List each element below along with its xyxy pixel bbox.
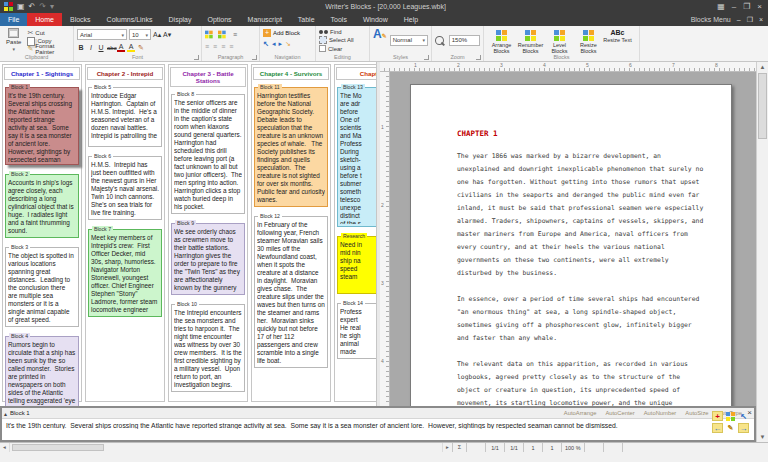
nav-up-left-arrow-icon[interactable]: ↖ — [263, 40, 269, 48]
align-center-icon[interactable]: ≡ — [213, 43, 217, 50]
bold-button[interactable]: B — [77, 44, 85, 51]
menu-tab-table[interactable]: Table — [290, 13, 323, 26]
close-button[interactable]: × — [757, 2, 762, 11]
block[interactable]: Block 9We see orderly chaos as crewmen m… — [171, 223, 245, 295]
justify-icon[interactable]: ≡ — [229, 43, 233, 50]
style-select[interactable]: Normal▾ — [390, 35, 428, 46]
scroll-right-icon[interactable]: ▸ — [442, 443, 452, 452]
scroll-left-icon[interactable]: ◂ — [0, 443, 10, 452]
autocenter-toggle[interactable]: AutoCenter — [605, 410, 634, 416]
block[interactable]: Block 7Meet key members of Intrepid's cr… — [88, 229, 162, 317]
level-blocks-button[interactable]: Level Blocks — [545, 28, 574, 52]
paragraph-dialog-launcher-icon[interactable] — [252, 55, 257, 60]
prev-block-arrow-icon[interactable]: ← — [712, 423, 723, 433]
list-icon[interactable]: ≡ — [231, 31, 239, 38]
horizontal-ruler[interactable]: 12345678 — [380, 62, 756, 72]
menu-tab-home[interactable]: Home — [27, 13, 62, 26]
restore-button[interactable]: ❐ — [743, 2, 750, 11]
arrange-blocks-button[interactable]: Arrange Blocks — [487, 28, 516, 52]
nav-right-arrow-icon[interactable]: ▸ — [278, 40, 282, 48]
edit-pencil-icon[interactable]: ✎ — [725, 423, 736, 433]
menu-tab-help[interactable]: Help — [396, 13, 426, 26]
strikethrough-button[interactable]: abc — [107, 45, 115, 51]
underline-button[interactable]: U — [97, 44, 105, 51]
block-fill-icon[interactable] — [218, 31, 226, 39]
column-header[interactable]: Chapter 5 — [336, 67, 376, 80]
menu-tab-window[interactable]: Window — [355, 13, 396, 26]
block-editor-text[interactable]: It's the 19th century. Several ships cro… — [2, 419, 754, 429]
column-header[interactable]: Chapter 2 - Intrepid — [87, 67, 163, 80]
pen-color-button[interactable]: ✎ — [137, 44, 145, 52]
font-color-button[interactable]: A — [117, 43, 125, 52]
menu-tab-file[interactable]: File — [0, 13, 27, 26]
font-dialog-launcher-icon[interactable] — [194, 55, 199, 60]
doc-close-button[interactable]: × — [759, 16, 763, 23]
vertical-ruler[interactable]: 1234 — [380, 72, 390, 406]
menu-tab-blocks[interactable]: Blocks — [62, 13, 99, 26]
minimize-button[interactable]: – — [732, 2, 736, 11]
nav-left-arrow-icon[interactable]: ◂ — [272, 40, 276, 48]
redo-icon[interactable]: ↷ — [39, 3, 46, 11]
scroll-up-icon[interactable]: ▲ — [757, 62, 768, 72]
block[interactable]: Block 3The object is spotted in various … — [5, 247, 79, 327]
menu-tab-tools[interactable]: Tools — [323, 13, 355, 26]
column-header[interactable]: Chapter 4 - Survivors — [253, 67, 329, 80]
scroll-down-icon[interactable]: ▼ — [757, 432, 768, 442]
collapse-panel-icon[interactable]: ▴ — [4, 410, 7, 417]
find-button[interactable]: Find — [319, 29, 354, 35]
styles-dialog-launcher-icon[interactable] — [424, 55, 429, 60]
block[interactable]: Block 5Introduce Edgar Harrington. Capta… — [88, 87, 162, 147]
autosize-toggle[interactable]: AutoSize — [685, 410, 708, 416]
format-painter-button[interactable]: ✎Format Painter — [27, 45, 70, 53]
scrollbar-thumb[interactable] — [758, 73, 767, 139]
highlight-button[interactable]: A — [127, 43, 135, 52]
align-right-icon[interactable]: ≡ — [221, 43, 225, 50]
zoom-select[interactable]: 150% — [449, 35, 480, 46]
font-size-select[interactable]: 10▾ — [129, 29, 151, 40]
font-family-select[interactable]: Arial▾ — [77, 29, 127, 40]
add-block-tool-icon[interactable]: + — [712, 411, 723, 421]
autoarrange-toggle[interactable]: AutoArrange — [564, 410, 597, 416]
paste-button[interactable]: Paste ▾ — [3, 28, 24, 52]
blocks-menu-label[interactable]: Blocks Menu — [691, 16, 731, 23]
grow-font-button[interactable]: A▴ — [153, 31, 161, 39]
italic-button[interactable]: I — [87, 44, 95, 51]
save-icon[interactable]: ▣ — [17, 3, 25, 11]
block[interactable]: Block 2Accounts in ship's logs agree clo… — [5, 174, 79, 238]
undo-icon[interactable]: ↶ — [29, 3, 36, 11]
resize-blocks-button[interactable]: Resize Blocks — [574, 28, 603, 52]
menu-tab-display[interactable]: Display — [161, 13, 200, 26]
scrollbar-thumb[interactable] — [12, 444, 104, 451]
next-block-arrow-icon[interactable]: → — [738, 423, 749, 433]
doc-restore-button[interactable]: ❐ — [747, 16, 753, 24]
block-style-icon[interactable] — [205, 31, 213, 39]
arrange-grid-icon[interactable] — [725, 411, 736, 421]
scrollbar-track[interactable] — [10, 443, 442, 452]
sigma-icon[interactable]: Σ — [452, 443, 466, 452]
go-parent-arrow-icon[interactable]: ↖ — [738, 411, 749, 421]
add-block-button[interactable]: + Add Block — [263, 29, 300, 37]
horizontal-scrollbar[interactable]: ◂ ▸ — [0, 443, 452, 452]
column-header[interactable]: Chapter 1 - Sightings — [4, 67, 80, 80]
column-header[interactable]: Chapter 3 - Battle Stations — [170, 67, 246, 87]
menu-tab-options[interactable]: Options — [199, 13, 239, 26]
renumber-blocks-button[interactable]: Renumber Blocks — [516, 28, 545, 52]
block[interactable]: Block 6H.M.S. Intrepid has just been out… — [88, 156, 162, 220]
clear-button[interactable]: Clear — [319, 45, 354, 52]
align-left-icon[interactable]: ≡ — [205, 43, 209, 50]
select-all-button[interactable]: Select All — [319, 36, 354, 44]
block[interactable]: Block 11Harrington testifies before the … — [254, 87, 328, 207]
resize-text-button[interactable]: ABcResize Text — [603, 28, 632, 52]
nav-down-right-arrow-icon[interactable]: ↘ — [285, 40, 291, 48]
manuscript-vertical-scrollbar[interactable]: ▲ ▼ — [756, 62, 768, 442]
shrink-font-button[interactable]: A▾ — [163, 31, 171, 39]
block[interactable]: Block 12In February of the following yea… — [254, 216, 328, 368]
block[interactable]: Block 1It's the 19th century. Several sh… — [5, 87, 79, 165]
block[interactable]: Block 13The Mo are adr before One of sci… — [337, 87, 376, 227]
zoom-dialog-launcher-icon[interactable] — [476, 55, 481, 60]
menu-tab-columns-links[interactable]: Columns/Links — [99, 13, 161, 26]
block[interactable]: Block 14Profess expert He real he sigh a… — [337, 303, 376, 359]
block[interactable]: Block 10The Intrepid encounters the sea … — [171, 304, 245, 392]
doc-minimize-button[interactable]: – — [737, 16, 741, 23]
menu-tab-manuscript[interactable]: Manuscript — [240, 13, 290, 26]
